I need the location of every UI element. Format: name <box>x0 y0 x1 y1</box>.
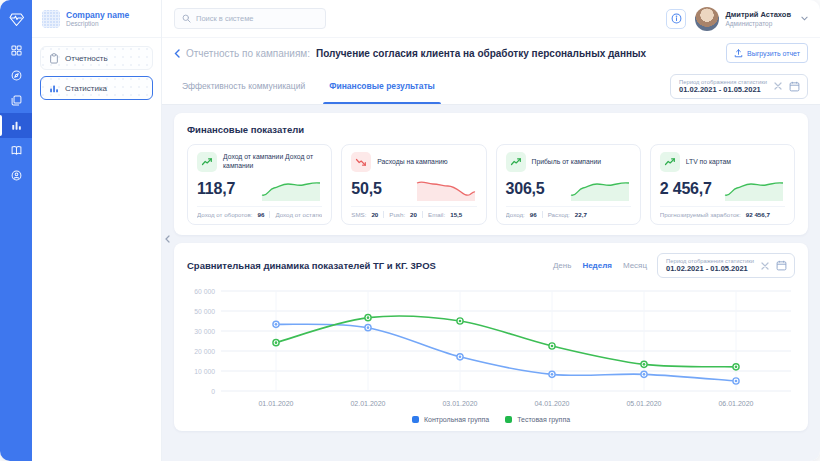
y-tick-label: 60 000 <box>194 288 215 295</box>
sparkline-down <box>415 176 477 202</box>
period-value: 01.02.2021 - 01.05.2021 <box>666 264 754 273</box>
y-tick-label: 30 000 <box>194 328 215 335</box>
export-report-button[interactable]: Выгрузить отчет <box>726 43 808 63</box>
x-tick-label: 05.01.2020 <box>626 400 661 407</box>
chart-period-picker[interactable]: Период отображения статистики 01.02.2021… <box>657 253 795 278</box>
compass-icon[interactable] <box>0 63 32 88</box>
period-value: 01.02.2021 - 01.05.2021 <box>679 85 767 94</box>
granularity-month[interactable]: Месяц <box>623 261 647 270</box>
layers-icon[interactable] <box>0 88 32 113</box>
sparkline-up <box>260 176 322 202</box>
clear-period-icon[interactable] <box>761 262 769 270</box>
back-icon[interactable] <box>174 49 180 58</box>
breadcrumb[interactable]: Отчетность по кампаниям: <box>186 48 310 59</box>
search-icon <box>182 14 191 23</box>
metric-card-expenses: Расходы на кампанию 50,5 SMS:20 <box>341 144 486 225</box>
tab-financial-results[interactable]: Финансовые результаты <box>329 68 435 104</box>
user-circle-icon[interactable] <box>0 163 32 188</box>
comparison-chart-panel: Сравнительная динамика показателей ТГ и … <box>174 243 808 431</box>
sidebar-item-statistics[interactable]: Статистика <box>40 76 153 100</box>
metric-card-profit: Прибыль от кампании 306,5 Доход:96 <box>496 144 641 225</box>
metric-value: 50,5 <box>351 180 381 198</box>
search-box[interactable] <box>174 8 326 29</box>
legend-item-test-group: Тестовая группа <box>505 416 570 423</box>
y-tick-label: 20 000 <box>194 348 215 355</box>
sidebar-item-label: Отчетность <box>65 54 108 63</box>
clear-period-icon[interactable] <box>774 82 782 90</box>
cards-prev-icon[interactable] <box>165 235 170 243</box>
legend-swatch-green <box>505 416 512 423</box>
avatar <box>695 7 719 31</box>
app-window: Company name Description Отчетность <box>0 0 820 461</box>
legend-item-control-group: Контрольная группа <box>412 416 489 423</box>
top-bar: Дмитрий Астахов Администратор <box>162 0 820 38</box>
icon-rail <box>0 0 32 461</box>
y-tick-label: 50 000 <box>194 308 215 315</box>
info-button[interactable] <box>666 9 686 29</box>
stats-icon <box>49 83 59 94</box>
tabs-bar: Эффективность коммуникаций Финансовые ре… <box>162 68 820 105</box>
company-description: Description <box>66 20 129 27</box>
company-block[interactable]: Company name Description <box>32 0 161 38</box>
upload-icon <box>734 49 743 58</box>
x-tick-label: 01.01.2020 <box>258 400 293 407</box>
chart-title: Сравнительная динамика показателей ТГ и … <box>187 260 436 271</box>
page-title-bar: Отчетность по кампаниям: Получение согла… <box>162 38 820 68</box>
y-tick-label: 0 <box>211 388 215 395</box>
user-menu[interactable]: Дмитрий Астахов Администратор <box>695 7 808 31</box>
calendar-icon[interactable] <box>789 81 800 92</box>
sparkline-up <box>569 176 631 202</box>
comparison-line-chart <box>221 287 791 399</box>
chevron-down-icon[interactable] <box>801 16 808 21</box>
sidebar-item-label: Статистика <box>65 84 107 93</box>
dashboard-icon[interactable] <box>0 38 32 63</box>
company-name: Company name <box>66 10 129 20</box>
trend-down-icon <box>351 152 371 172</box>
book-icon[interactable] <box>0 138 32 163</box>
user-name: Дмитрий Астахов <box>725 10 791 19</box>
financial-metrics-panel: Финансовые показатели Доход от кампании … <box>174 113 808 235</box>
granularity-switch: День Неделя Месяц <box>553 261 647 270</box>
metric-value: 306,5 <box>506 180 545 198</box>
metric-card-ltv: LTV по картам 2 456,7 Прогнозируемый зар… <box>650 144 795 225</box>
metric-card-income: Доход от кампании Доход от кампании 118,… <box>187 144 332 225</box>
legend-swatch-blue <box>412 416 419 423</box>
trend-up-icon <box>197 152 217 172</box>
section-title: Финансовые показатели <box>187 124 795 135</box>
sidebar: Company name Description Отчетность <box>32 0 162 461</box>
metric-value: 2 456,7 <box>660 180 712 198</box>
sparkline-up <box>723 176 785 202</box>
sidebar-item-reports[interactable]: Отчетность <box>40 46 153 70</box>
trend-up-icon <box>660 152 680 172</box>
chart-y-axis: 60 00050 00030 00020 00010 0000 <box>187 287 221 399</box>
page-title: Получение согласия клиента на обработку … <box>316 48 646 59</box>
y-tick-label: 10 000 <box>194 368 215 375</box>
user-role: Администратор <box>725 20 791 27</box>
metric-footer: Доход:96 Расход:22,7 <box>506 206 631 224</box>
granularity-day[interactable]: День <box>553 261 571 270</box>
x-tick-label: 03.01.2020 <box>442 400 477 407</box>
metric-footer: Доход от оборотов:96 Доход от остатков:2… <box>197 206 322 224</box>
x-tick-label: 04.01.2020 <box>534 400 569 407</box>
metric-footer: Прогнозируемый заработок:92 456,7 <box>660 206 785 224</box>
chart-plot <box>221 287 791 399</box>
trend-up-icon <box>506 152 526 172</box>
chart-x-axis: 01.01.202002.01.202003.01.202004.01.2020… <box>221 399 791 411</box>
chart-legend: Контрольная группа Тестовая группа <box>187 411 795 426</box>
calendar-icon[interactable] <box>776 260 787 271</box>
bar-chart-icon[interactable] <box>0 113 32 138</box>
x-tick-label: 06.01.2020 <box>718 400 753 407</box>
content-area: Финансовые показатели Доход от кампании … <box>162 105 820 461</box>
tab-communication-effectiveness[interactable]: Эффективность коммуникаций <box>182 68 305 104</box>
x-tick-label: 02.01.2020 <box>350 400 385 407</box>
metric-footer: SMS:20 Push:20 Email:15,5 <box>351 206 476 224</box>
company-logo <box>42 10 60 28</box>
clipboard-icon <box>49 53 59 64</box>
metric-value: 118,7 <box>197 180 235 198</box>
gem-logo-icon <box>0 0 32 38</box>
period-picker[interactable]: Период отображения статистики 01.02.2021… <box>670 74 808 99</box>
search-input[interactable] <box>196 14 318 23</box>
granularity-week[interactable]: Неделя <box>582 261 612 270</box>
